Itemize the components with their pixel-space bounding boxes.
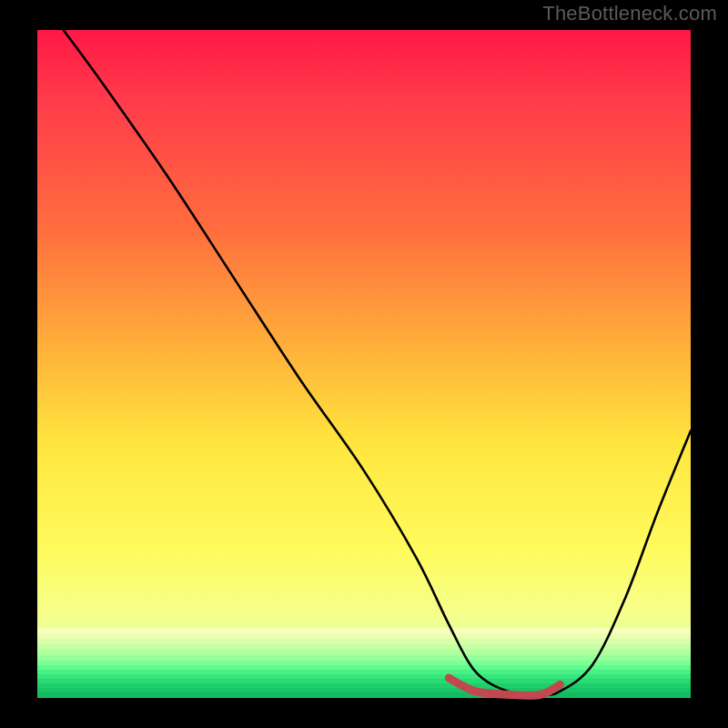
chart-container: TheBottleneck.com: [0, 0, 728, 728]
svg-rect-4: [37, 650, 691, 655]
svg-rect-1: [37, 633, 691, 639]
svg-rect-12: [37, 688, 691, 693]
svg-rect-13: [37, 693, 691, 698]
svg-rect-3: [37, 644, 691, 650]
svg-rect-10: [37, 679, 691, 683]
svg-rect-0: [37, 628, 691, 633]
svg-rect-11: [37, 683, 691, 688]
bottleneck-chart: [0, 0, 728, 728]
watermark-text: TheBottleneck.com: [542, 2, 717, 25]
svg-rect-9: [37, 674, 691, 679]
svg-rect-8: [37, 670, 691, 674]
svg-rect-2: [37, 639, 691, 644]
svg-rect-5: [37, 655, 691, 661]
